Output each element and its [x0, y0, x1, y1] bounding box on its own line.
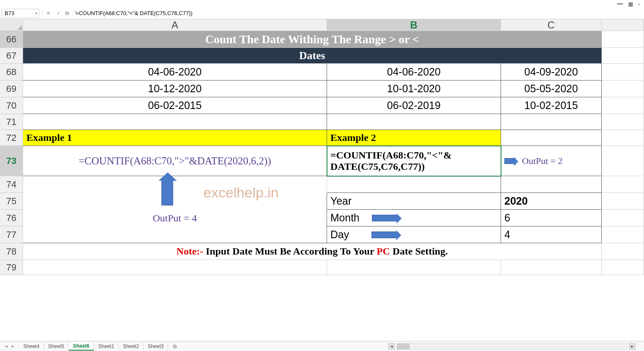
- separator: [42, 9, 42, 18]
- cell-b74[interactable]: [327, 176, 501, 193]
- cell-c72[interactable]: [501, 130, 602, 146]
- cell-a72[interactable]: Example 1: [23, 130, 327, 146]
- tab-nav: ◄ ►: [0, 344, 19, 348]
- select-all-button[interactable]: [0, 19, 23, 31]
- add-sheet-button[interactable]: ⊕: [168, 343, 182, 350]
- cell-c69[interactable]: 05-05-2020: [501, 81, 602, 97]
- tab-sheet6[interactable]: Sheet6: [69, 342, 94, 351]
- cell-b75[interactable]: Year: [327, 193, 501, 210]
- cell-b69[interactable]: 10-01-2020: [327, 81, 501, 97]
- tab-sheet3[interactable]: Sheet3: [143, 343, 168, 350]
- row-header-73[interactable]: 73: [0, 146, 23, 176]
- title-bar-right: ••• ▦ ›: [0, 0, 644, 8]
- cell-b77[interactable]: Day: [327, 226, 501, 243]
- column-headers: A B C: [0, 19, 644, 31]
- cell-c68[interactable]: 04-09-2020: [501, 64, 602, 81]
- scroll-track[interactable]: [397, 343, 627, 350]
- row-header-68[interactable]: 68: [0, 64, 23, 81]
- cancel-icon[interactable]: ✕: [45, 10, 52, 16]
- cell-d74[interactable]: [602, 176, 644, 193]
- row-header-78[interactable]: 78: [0, 243, 23, 260]
- scroll-left-icon[interactable]: ◄: [388, 343, 395, 350]
- cell-a77[interactable]: [23, 226, 327, 243]
- tab-sheet2[interactable]: Sheet2: [119, 343, 143, 350]
- cell-b76[interactable]: Month: [327, 210, 501, 226]
- cell-d75[interactable]: [602, 193, 644, 210]
- cell-b73[interactable]: =COUNTIF(A68:C70,"<"& DATE(C75,C76,C77)): [327, 146, 501, 176]
- cell-b68[interactable]: 04-06-2020: [327, 64, 501, 81]
- row-header-76[interactable]: 76: [0, 210, 23, 226]
- tab-sheet1[interactable]: Sheet1: [94, 343, 119, 350]
- cell-a70[interactable]: 06-02-2015: [23, 97, 327, 114]
- cell-a74[interactable]: [23, 176, 327, 193]
- cell-d71[interactable]: [602, 114, 644, 130]
- cell-a69[interactable]: 10-12-2020: [23, 81, 327, 97]
- cell-a79[interactable]: [23, 260, 327, 275]
- col-header-b[interactable]: B: [327, 19, 501, 31]
- arrow-right-icon: [504, 158, 514, 164]
- cell-d76[interactable]: [602, 210, 644, 226]
- cell-c70[interactable]: 10-02-2015: [501, 97, 602, 114]
- row-header-77[interactable]: 77: [0, 226, 23, 243]
- name-box[interactable]: B73: [2, 9, 39, 18]
- cell-b72[interactable]: Example 2: [327, 130, 501, 146]
- cell-a76[interactable]: OutPut = 4: [23, 210, 327, 226]
- col-header-d[interactable]: [602, 19, 644, 31]
- fx-icon[interactable]: fx: [65, 10, 69, 16]
- cell-c75[interactable]: 2020: [501, 193, 602, 210]
- row-header-67[interactable]: 67: [0, 48, 23, 64]
- col-header-c[interactable]: C: [501, 19, 602, 31]
- cell-b79[interactable]: [327, 260, 501, 275]
- spreadsheet-grid: A B C 66 67 68 69 70 71 72 73 74 75 76 7…: [0, 19, 644, 275]
- arrow-right-icon: [371, 231, 397, 238]
- cell-dates-header[interactable]: Dates: [23, 48, 602, 64]
- formula-input[interactable]: [73, 9, 644, 18]
- cell-c76[interactable]: 6: [501, 210, 602, 226]
- cell-a73[interactable]: =COUNTIF(A68:C70,">"&DATE(2020,6,2)): [23, 146, 327, 176]
- more-dots-icon[interactable]: •••: [617, 1, 623, 7]
- row-header-69[interactable]: 69: [0, 81, 23, 97]
- tab-nav-next-icon[interactable]: ►: [11, 344, 15, 348]
- formula-bar: B73 ✕ ✓ fx: [0, 8, 644, 19]
- cell-c73[interactable]: OutPut = 2: [501, 146, 602, 176]
- cell-b71[interactable]: [327, 114, 501, 130]
- row-header-72[interactable]: 72: [0, 130, 23, 146]
- cell-d67[interactable]: [602, 48, 644, 64]
- cell-d73[interactable]: [602, 146, 644, 176]
- scroll-right-icon[interactable]: ►: [629, 343, 636, 350]
- row-header-70[interactable]: 70: [0, 97, 23, 114]
- tab-sheet4[interactable]: Sheet4: [19, 343, 44, 350]
- expand-icon[interactable]: ›: [638, 1, 640, 7]
- cell-note[interactable]: Note:- Input Date Must Be According To Y…: [23, 243, 602, 260]
- row-header-71[interactable]: 71: [0, 114, 23, 130]
- cell-c71[interactable]: [501, 114, 602, 130]
- arrow-right-icon: [372, 215, 397, 221]
- row-header-79[interactable]: 79: [0, 260, 23, 275]
- tab-sheet5[interactable]: Sheet5: [44, 343, 69, 350]
- row-header-74[interactable]: 74: [0, 176, 23, 193]
- output-label-2: OutPut = 2: [504, 156, 563, 166]
- cell-d66[interactable]: [602, 31, 644, 48]
- cell-c77[interactable]: 4: [501, 226, 602, 243]
- ribbon-toggle-icon[interactable]: ▦: [628, 1, 633, 7]
- row-header-66[interactable]: 66: [0, 31, 23, 48]
- cell-d69[interactable]: [602, 81, 644, 97]
- cell-a75[interactable]: excelhelp.in: [23, 193, 327, 210]
- row-header-75[interactable]: 75: [0, 193, 23, 210]
- cell-d68[interactable]: [602, 64, 644, 81]
- cell-d79[interactable]: [602, 260, 644, 275]
- cell-d72[interactable]: [602, 130, 644, 146]
- cell-a68[interactable]: 04-06-2020: [23, 64, 327, 81]
- cell-b70[interactable]: 06-02-2019: [327, 97, 501, 114]
- cell-title[interactable]: Count The Date Withing The Range > or <: [23, 31, 602, 48]
- cell-c74[interactable]: [501, 176, 602, 193]
- cell-d78[interactable]: [602, 243, 644, 260]
- cell-d77[interactable]: [602, 226, 644, 243]
- cell-c79[interactable]: [501, 260, 602, 275]
- scroll-thumb[interactable]: [397, 343, 410, 349]
- cell-d70[interactable]: [602, 97, 644, 114]
- cell-a71[interactable]: [23, 114, 327, 130]
- tab-nav-prev-icon[interactable]: ◄: [4, 344, 8, 348]
- confirm-icon[interactable]: ✓: [55, 10, 62, 16]
- col-header-a[interactable]: A: [23, 19, 327, 31]
